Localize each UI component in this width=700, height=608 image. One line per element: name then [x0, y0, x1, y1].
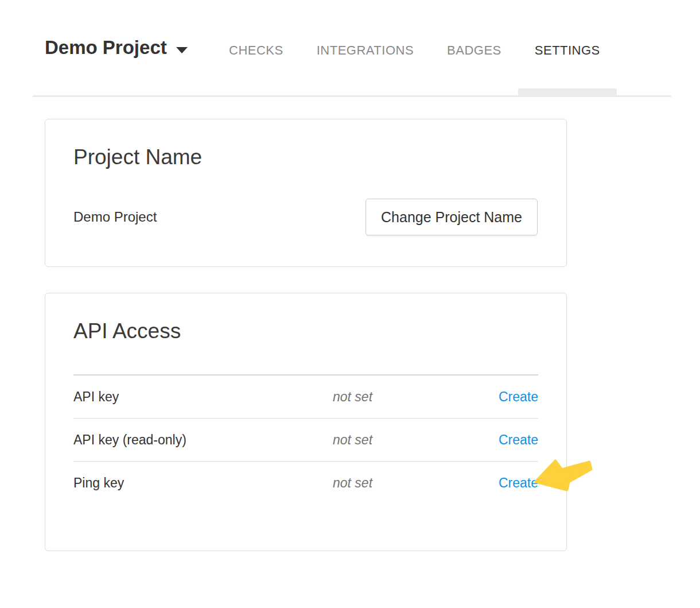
api-key-read-only-label: API key (read-only): [73, 432, 333, 448]
api-key-value: not set: [333, 389, 499, 405]
ping-key-value: not set: [333, 475, 499, 491]
ping-key-label: Ping key: [73, 475, 333, 491]
api-access-card-title: API Access: [73, 319, 538, 344]
api-key-label: API key: [73, 389, 333, 405]
nav-tabs: CHECKS INTEGRATIONS BADGES SETTINGS: [212, 0, 617, 95]
project-name-card: Project Name Demo Project Change Project…: [45, 119, 567, 267]
create-ping-key-link[interactable]: Create: [499, 475, 538, 491]
api-access-card: API Access API key not set Create API ke…: [45, 293, 567, 551]
top-navigation: Demo Project CHECKS INTEGRATIONS BADGES …: [33, 0, 671, 97]
api-key-read-only-value: not set: [333, 432, 499, 448]
caret-down-icon: [176, 47, 188, 53]
project-switcher-label: Demo Project: [45, 37, 167, 59]
tab-badges[interactable]: BADGES: [430, 0, 518, 95]
project-settings-page: Demo Project CHECKS INTEGRATIONS BADGES …: [0, 0, 700, 608]
table-row-api-key-read-only: API key (read-only) not set Create: [73, 419, 538, 462]
project-name-card-title: Project Name: [73, 145, 538, 170]
current-project-name: Demo Project: [73, 209, 157, 225]
tab-checks[interactable]: CHECKS: [212, 0, 300, 95]
tab-settings[interactable]: SETTINGS: [518, 0, 617, 95]
project-switcher-dropdown[interactable]: Demo Project: [45, 37, 188, 59]
tab-integrations[interactable]: INTEGRATIONS: [300, 0, 430, 95]
create-api-key-link[interactable]: Create: [499, 389, 538, 405]
change-project-name-button[interactable]: Change Project Name: [365, 199, 538, 235]
table-row-api-key: API key not set Create: [73, 375, 538, 419]
project-name-row: Demo Project Change Project Name: [73, 199, 538, 235]
table-row-ping-key: Ping key not set Create: [73, 462, 538, 505]
create-api-key-read-only-link[interactable]: Create: [499, 432, 538, 448]
api-keys-table: API key not set Create API key (read-onl…: [73, 374, 538, 505]
